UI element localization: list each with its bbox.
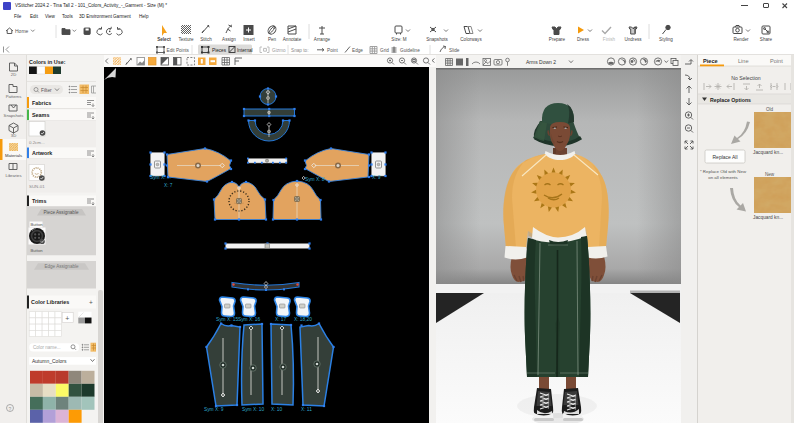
svg-text:Sym X: 9: Sym X: 9 [204, 407, 224, 412]
svg-text:X: 17: X: 17 [275, 317, 287, 322]
svg-text:Jacquard kn...: Jacquard kn... [753, 150, 783, 155]
svg-text:Edge Assignable: Edge Assignable [44, 264, 79, 269]
svg-text:Point: Point [770, 58, 783, 64]
svg-text:Replace Options: Replace Options [710, 97, 751, 103]
svg-text:Share: Share [760, 37, 773, 42]
svg-text:+: + [89, 299, 93, 306]
svg-text:Piece: Piece [703, 58, 718, 64]
svg-text:Replace All: Replace All [712, 154, 737, 160]
svg-text:+: + [65, 315, 69, 322]
svg-text:Slide: Slide [449, 48, 460, 53]
svg-text:Filter: Filter [41, 88, 52, 93]
svg-text:Colors in Use:: Colors in Use: [29, 59, 66, 65]
svg-text:?: ? [9, 406, 12, 412]
svg-text:Old: Old [766, 107, 774, 112]
svg-text:Pieces: Pieces [212, 48, 227, 53]
svg-text:3D: 3D [11, 133, 16, 138]
svg-text:Finish: Finish [603, 37, 616, 42]
svg-text:2D: 2D [11, 72, 16, 77]
svg-text:X: 18,20: X: 18,20 [294, 317, 312, 322]
svg-text:Button: Button [31, 248, 44, 253]
svg-text:Render: Render [733, 37, 749, 42]
svg-text:Patterns: Patterns [6, 94, 22, 99]
svg-text:Sym X: 10: Sym X: 10 [242, 407, 264, 412]
svg-text:Grid: Grid [380, 48, 389, 53]
svg-text:Artwork: Artwork [32, 150, 52, 156]
svg-text:0.2cm...: 0.2cm... [29, 140, 45, 145]
svg-text:Arrange: Arrange [314, 37, 331, 42]
svg-text:Prepare: Prepare [549, 37, 566, 42]
svg-text:X: 10: X: 10 [271, 407, 283, 412]
svg-text:Sym X: 8: Sym X: 8 [305, 177, 325, 182]
svg-text:Edge: Edge [352, 48, 363, 53]
svg-text:Assign: Assign [222, 37, 236, 42]
svg-text:Styling: Styling [659, 37, 673, 42]
svg-text:Sym X: ...: Sym X: ... [150, 175, 171, 180]
svg-text:Pen: Pen [268, 37, 277, 42]
svg-text:Jacquard kn...: Jacquard kn... [753, 215, 783, 220]
svg-text:Dress: Dress [577, 37, 590, 42]
svg-text:Trims: Trims [32, 198, 46, 204]
svg-text:Gizmo: Gizmo [272, 48, 286, 53]
svg-text:Size: M: Size: M [391, 37, 406, 42]
svg-text:Snap to:: Snap to: [291, 48, 308, 53]
svg-text:Materials: Materials [5, 153, 22, 158]
svg-text:X: 9: X: 9 [372, 175, 381, 180]
svg-text:Line: Line [738, 58, 749, 64]
svg-text:X: 11: X: 11 [301, 407, 312, 412]
svg-text:Select: Select [157, 37, 171, 42]
svg-text:on all elements: on all elements [708, 175, 738, 180]
svg-text:Annotate: Annotate [283, 37, 302, 42]
svg-text:Point: Point [327, 48, 338, 53]
svg-text:Button: Button [31, 222, 44, 227]
svg-text:Libraries: Libraries [5, 173, 21, 178]
svg-text:Stitch: Stitch [200, 37, 212, 42]
svg-text:Internal: Internal [237, 48, 253, 53]
svg-text:Arms Down 2: Arms Down 2 [526, 59, 556, 65]
svg-text:Texture: Texture [178, 37, 194, 42]
svg-text:* Replace Old with New: * Replace Old with New [700, 169, 747, 174]
svg-text:Sym X: 15: Sym X: 15 [216, 317, 238, 322]
svg-text:Piece Assignable: Piece Assignable [44, 210, 79, 215]
svg-text:Guideline: Guideline [400, 48, 420, 53]
svg-text:Color name...: Color name... [33, 345, 61, 350]
svg-text:Fabrics: Fabrics [32, 100, 51, 106]
svg-text:Autumn_Colors: Autumn_Colors [32, 358, 67, 364]
svg-text:Snapshots: Snapshots [426, 37, 448, 42]
svg-text:SUN-01: SUN-01 [29, 184, 45, 189]
svg-text:Color Libraries: Color Libraries [31, 299, 69, 305]
svg-text:Undress: Undress [624, 37, 642, 42]
svg-text:No Selection: No Selection [731, 75, 761, 81]
svg-text:Insert: Insert [243, 37, 255, 42]
svg-text:Edit Points: Edit Points [167, 48, 190, 53]
svg-text:New: New [765, 172, 775, 177]
svg-text:Seams: Seams [32, 112, 49, 118]
svg-text:Snapshots: Snapshots [4, 113, 24, 118]
svg-text:X: 7: X: 7 [164, 183, 173, 188]
svg-text:Sym X: 16: Sym X: 16 [238, 317, 260, 322]
svg-text:Colorways: Colorways [460, 37, 482, 42]
svg-text:Home: Home [15, 28, 29, 34]
